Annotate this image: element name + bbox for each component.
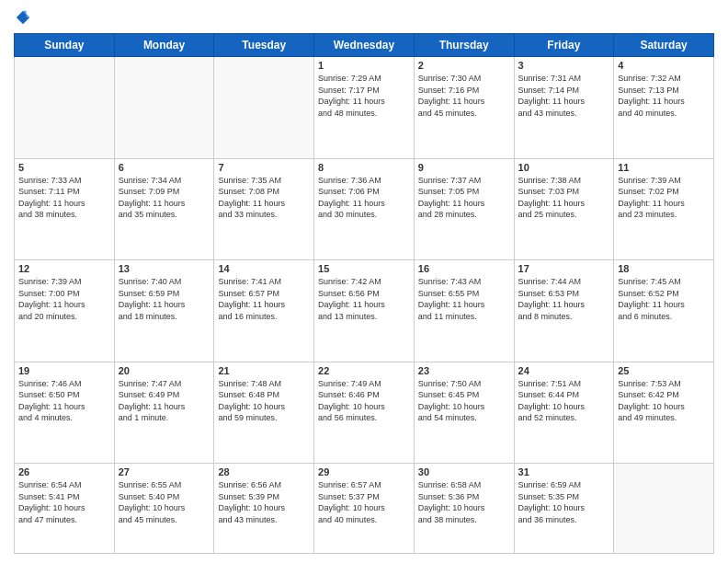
calendar-week-4: 26Sunrise: 6:54 AM Sunset: 5:41 PM Dayli… (15, 464, 714, 554)
calendar-cell: 2Sunrise: 7:30 AM Sunset: 7:16 PM Daylig… (414, 57, 514, 159)
day-number: 24 (518, 365, 610, 376)
calendar-cell: 3Sunrise: 7:31 AM Sunset: 7:14 PM Daylig… (514, 57, 614, 159)
day-number: 23 (418, 365, 510, 376)
day-number: 22 (318, 365, 410, 376)
logo-text (14, 9, 32, 26)
calendar-cell: 13Sunrise: 7:40 AM Sunset: 6:59 PM Dayli… (114, 260, 214, 362)
day-info: Sunrise: 7:39 AM Sunset: 7:02 PM Dayligh… (618, 175, 710, 221)
day-info: Sunrise: 7:36 AM Sunset: 7:06 PM Dayligh… (318, 175, 410, 221)
day-number: 27 (119, 466, 210, 477)
day-info: Sunrise: 7:35 AM Sunset: 7:08 PM Dayligh… (218, 175, 310, 221)
calendar-cell: 18Sunrise: 7:45 AM Sunset: 6:52 PM Dayli… (614, 260, 714, 362)
calendar-cell: 29Sunrise: 6:57 AM Sunset: 5:37 PM Dayli… (314, 464, 415, 554)
day-info: Sunrise: 7:49 AM Sunset: 6:46 PM Dayligh… (318, 378, 410, 424)
day-info: Sunrise: 7:42 AM Sunset: 6:56 PM Dayligh… (318, 276, 410, 322)
calendar-cell (214, 57, 314, 159)
day-number: 12 (18, 263, 110, 274)
calendar-cell: 30Sunrise: 6:58 AM Sunset: 5:36 PM Dayli… (414, 464, 514, 554)
calendar-cell: 14Sunrise: 7:41 AM Sunset: 6:57 PM Dayli… (214, 260, 314, 362)
logo (14, 9, 32, 26)
day-info: Sunrise: 6:58 AM Sunset: 5:36 PM Dayligh… (418, 479, 510, 525)
day-header-wednesday: Wednesday (314, 34, 415, 57)
calendar-cell: 4Sunrise: 7:32 AM Sunset: 7:13 PM Daylig… (614, 57, 714, 159)
calendar-cell: 22Sunrise: 7:49 AM Sunset: 6:46 PM Dayli… (314, 362, 415, 464)
calendar-cell: 5Sunrise: 7:33 AM Sunset: 7:11 PM Daylig… (15, 158, 115, 260)
day-info: Sunrise: 7:43 AM Sunset: 6:55 PM Dayligh… (418, 276, 510, 322)
calendar-cell: 31Sunrise: 6:59 AM Sunset: 5:35 PM Dayli… (514, 464, 614, 554)
calendar-cell: 11Sunrise: 7:39 AM Sunset: 7:02 PM Dayli… (614, 158, 714, 260)
calendar-header-row: SundayMondayTuesdayWednesdayThursdayFrid… (15, 34, 714, 57)
day-info: Sunrise: 7:39 AM Sunset: 7:00 PM Dayligh… (18, 276, 110, 322)
calendar-cell: 10Sunrise: 7:38 AM Sunset: 7:03 PM Dayli… (514, 158, 614, 260)
calendar-cell: 15Sunrise: 7:42 AM Sunset: 6:56 PM Dayli… (314, 260, 415, 362)
day-number: 10 (518, 162, 610, 173)
calendar-cell (15, 57, 115, 159)
day-number: 11 (618, 162, 710, 173)
day-number: 20 (119, 365, 210, 376)
day-number: 3 (518, 60, 610, 71)
day-number: 5 (18, 162, 110, 173)
day-number: 8 (318, 162, 410, 173)
day-info: Sunrise: 6:54 AM Sunset: 5:41 PM Dayligh… (18, 479, 110, 525)
calendar-cell: 28Sunrise: 6:56 AM Sunset: 5:39 PM Dayli… (214, 464, 314, 554)
day-info: Sunrise: 6:59 AM Sunset: 5:35 PM Dayligh… (518, 479, 610, 525)
day-number: 2 (418, 60, 510, 71)
day-header-tuesday: Tuesday (214, 34, 314, 57)
page: SundayMondayTuesdayWednesdayThursdayFrid… (0, 0, 728, 563)
calendar-cell: 19Sunrise: 7:46 AM Sunset: 6:50 PM Dayli… (15, 362, 115, 464)
calendar-cell: 7Sunrise: 7:35 AM Sunset: 7:08 PM Daylig… (214, 158, 314, 260)
calendar-week-1: 5Sunrise: 7:33 AM Sunset: 7:11 PM Daylig… (15, 158, 714, 260)
day-number: 4 (618, 60, 710, 71)
day-info: Sunrise: 6:55 AM Sunset: 5:40 PM Dayligh… (119, 479, 210, 525)
day-info: Sunrise: 7:30 AM Sunset: 7:16 PM Dayligh… (418, 73, 510, 119)
calendar-cell (114, 57, 214, 159)
day-number: 31 (518, 466, 610, 477)
calendar-cell: 24Sunrise: 7:51 AM Sunset: 6:44 PM Dayli… (514, 362, 614, 464)
day-header-saturday: Saturday (614, 34, 714, 57)
day-info: Sunrise: 7:29 AM Sunset: 7:17 PM Dayligh… (318, 73, 410, 119)
calendar-cell: 27Sunrise: 6:55 AM Sunset: 5:40 PM Dayli… (114, 464, 214, 554)
day-info: Sunrise: 6:56 AM Sunset: 5:39 PM Dayligh… (218, 479, 310, 525)
calendar-cell: 12Sunrise: 7:39 AM Sunset: 7:00 PM Dayli… (15, 260, 115, 362)
calendar-cell: 20Sunrise: 7:47 AM Sunset: 6:49 PM Dayli… (114, 362, 214, 464)
day-number: 7 (218, 162, 310, 173)
calendar-cell: 25Sunrise: 7:53 AM Sunset: 6:42 PM Dayli… (614, 362, 714, 464)
day-header-sunday: Sunday (15, 34, 115, 57)
day-info: Sunrise: 7:50 AM Sunset: 6:45 PM Dayligh… (418, 378, 510, 424)
day-number: 6 (119, 162, 210, 173)
calendar-week-0: 1Sunrise: 7:29 AM Sunset: 7:17 PM Daylig… (15, 57, 714, 159)
day-info: Sunrise: 7:45 AM Sunset: 6:52 PM Dayligh… (618, 276, 710, 322)
day-number: 14 (218, 263, 310, 274)
calendar-cell: 23Sunrise: 7:50 AM Sunset: 6:45 PM Dayli… (414, 362, 514, 464)
day-number: 1 (318, 60, 410, 71)
day-info: Sunrise: 7:40 AM Sunset: 6:59 PM Dayligh… (119, 276, 210, 322)
calendar-cell: 16Sunrise: 7:43 AM Sunset: 6:55 PM Dayli… (414, 260, 514, 362)
day-number: 15 (318, 263, 410, 274)
day-info: Sunrise: 7:34 AM Sunset: 7:09 PM Dayligh… (119, 175, 210, 221)
day-info: Sunrise: 7:33 AM Sunset: 7:11 PM Dayligh… (18, 175, 110, 221)
day-info: Sunrise: 7:48 AM Sunset: 6:48 PM Dayligh… (218, 378, 310, 424)
calendar-cell: 1Sunrise: 7:29 AM Sunset: 7:17 PM Daylig… (314, 57, 415, 159)
header (14, 9, 714, 26)
day-number: 17 (518, 263, 610, 274)
calendar-table: SundayMondayTuesdayWednesdayThursdayFrid… (14, 33, 714, 554)
day-info: Sunrise: 7:41 AM Sunset: 6:57 PM Dayligh… (218, 276, 310, 322)
day-info: Sunrise: 7:47 AM Sunset: 6:49 PM Dayligh… (119, 378, 210, 424)
day-number: 30 (418, 466, 510, 477)
day-header-thursday: Thursday (414, 34, 514, 57)
day-number: 16 (418, 263, 510, 274)
day-header-friday: Friday (514, 34, 614, 57)
calendar-cell (614, 464, 714, 554)
calendar-week-3: 19Sunrise: 7:46 AM Sunset: 6:50 PM Dayli… (15, 362, 714, 464)
calendar-week-2: 12Sunrise: 7:39 AM Sunset: 7:00 PM Dayli… (15, 260, 714, 362)
day-number: 19 (18, 365, 110, 376)
day-info: Sunrise: 7:31 AM Sunset: 7:14 PM Dayligh… (518, 73, 610, 119)
day-number: 18 (618, 263, 710, 274)
day-header-monday: Monday (114, 34, 214, 57)
day-number: 13 (119, 263, 210, 274)
calendar-cell: 26Sunrise: 6:54 AM Sunset: 5:41 PM Dayli… (15, 464, 115, 554)
day-info: Sunrise: 6:57 AM Sunset: 5:37 PM Dayligh… (318, 479, 410, 525)
calendar-cell: 21Sunrise: 7:48 AM Sunset: 6:48 PM Dayli… (214, 362, 314, 464)
day-info: Sunrise: 7:44 AM Sunset: 6:53 PM Dayligh… (518, 276, 610, 322)
calendar-cell: 8Sunrise: 7:36 AM Sunset: 7:06 PM Daylig… (314, 158, 415, 260)
